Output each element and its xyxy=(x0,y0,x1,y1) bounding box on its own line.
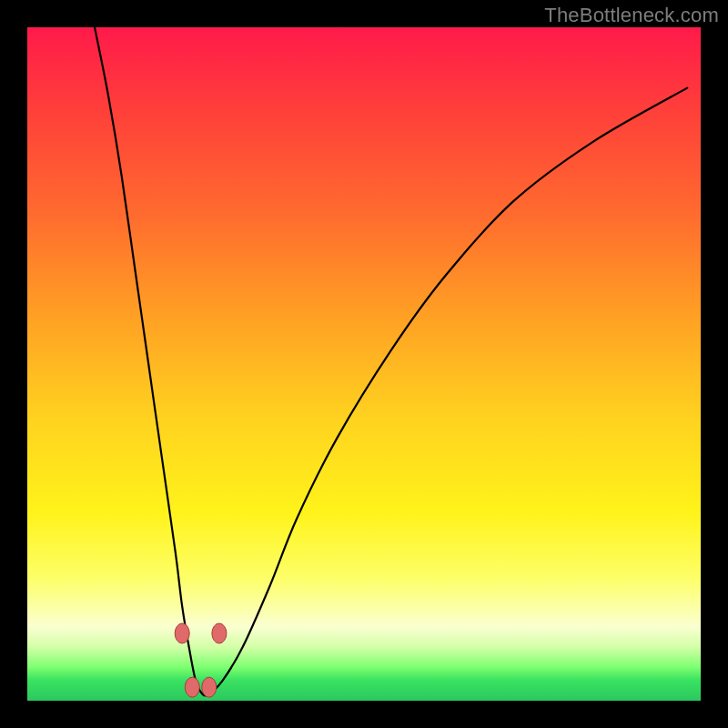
marker-left-lower-dot xyxy=(185,677,199,697)
marker-left-upper-dot xyxy=(175,623,189,643)
plot-area xyxy=(27,27,701,701)
chart-svg xyxy=(27,27,701,701)
curve-path xyxy=(95,27,687,695)
marker-right-upper-dot xyxy=(212,623,227,643)
chart-frame: TheBottleneck.com xyxy=(0,0,728,728)
watermark-text: TheBottleneck.com xyxy=(544,4,719,27)
marker-right-lower-dot xyxy=(202,677,217,697)
bottleneck-curve xyxy=(95,27,687,695)
